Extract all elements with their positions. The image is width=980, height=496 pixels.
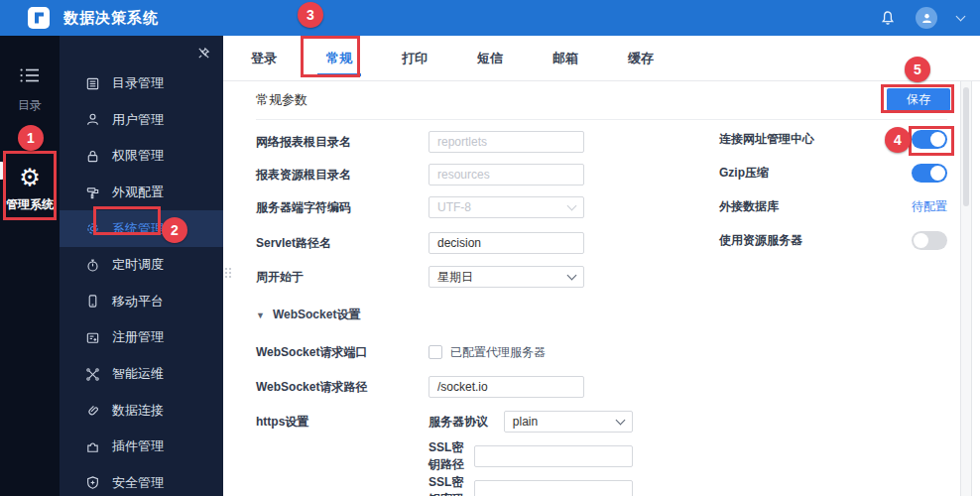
field-label: 服务器协议 [429,414,504,431]
left-rail: 目录 ⚙ 管理系统 [0,36,60,496]
form-row-gzip: Gzip压缩 [719,163,947,183]
collapse-triangle-icon: ▼ [256,310,265,320]
gear-icon: ⚙ [0,165,60,190]
sidebar-item-users[interactable]: 用户管理 [60,102,223,139]
user-menu-chevron-icon[interactable] [956,12,966,22]
websocket-path-input[interactable] [429,376,584,398]
vertical-scrollbar[interactable] [960,81,972,496]
field-label: WebSocket请求路径 [256,379,429,396]
form-row-charset: 服务器端字符编码 UTF-8 [256,196,633,218]
tab-login[interactable]: 登录 [248,37,280,80]
sidebar-item-register[interactable]: 注册管理 [60,319,223,356]
form-row-websocket-port: WebSocket请求端口 已配置代理服务器 [256,341,633,363]
form-row-servlet: Servlet路径名 [256,232,633,254]
proxy-configured-checkbox[interactable] [429,345,442,359]
lock-icon [85,149,100,164]
catalog-icon [85,76,100,91]
chevron-down-icon [567,270,577,280]
plugin-icon [85,439,100,454]
rail-admin-label: 管理系统 [0,196,60,213]
form-row-websocket-path: WebSocket请求路径 [256,376,633,398]
form-row-ssl-key-path: SSL密钥路径 [256,445,633,467]
sidebar-item-label: 数据连接 [112,402,164,420]
sidebar-pin-row [60,36,223,65]
rail-directory-label[interactable]: 目录 [0,97,60,114]
tab-general[interactable]: 常规 [323,37,355,80]
tab-sms[interactable]: 短信 [474,37,506,80]
sidebar-item-label: 插件管理 [112,437,164,455]
sidebar-item-catalog[interactable]: 目录管理 [60,65,223,102]
scrollbar-thumb[interactable] [963,87,969,206]
main-content: 登录 常规 打印 短信 邮箱 缓存 常规参数 保存 网络报表根目录名 报表资源根… [223,36,980,496]
field-label: 使用资源服务器 [719,232,802,249]
sidebar-item-intelligent-ops[interactable]: 智能运维 [60,356,223,393]
ssl-key-password-input[interactable] [474,480,633,496]
week-start-select[interactable]: 星期日 [429,266,584,288]
shield-icon [85,475,100,490]
proxy-configured-label: 已配置代理服务器 [450,344,546,361]
notification-bell-icon[interactable] [880,10,896,26]
websocket-section-toggle[interactable]: ▼ WebSocket设置 [256,307,360,323]
field-label: 周开始于 [256,269,429,286]
gzip-toggle[interactable] [912,164,947,183]
sidebar-item-scheduler[interactable]: 定时调度 [60,247,223,284]
sidebar-item-data-connection[interactable]: 数据连接 [60,392,223,429]
form-row-https-protocol: https设置 服务器协议 plain [256,411,633,433]
general-settings-panel: 常规参数 保存 网络报表根目录名 报表资源根目录名 服务器端字符编码 UTF-8 [223,81,980,496]
server-protocol-select[interactable]: plain [504,411,633,433]
external-db-configure-link[interactable]: 待配置 [912,198,947,215]
resource-directory-input[interactable] [429,164,584,186]
sidebar-item-appearance[interactable]: 外观配置 [60,175,223,211]
field-label: SSL密钥密码 [429,474,474,496]
save-button[interactable]: 保存 [887,88,950,111]
app-title: 数据决策系统 [63,9,159,28]
form-row-external-db: 外接数据库 待配置 [719,196,947,216]
sidebar-item-label: 权限管理 [112,147,164,165]
tab-cache[interactable]: 缓存 [625,37,657,80]
form-row-url-center: 连接网址管理中心 [719,129,947,149]
url-center-toggle[interactable] [912,130,947,149]
tab-print[interactable]: 打印 [399,37,430,80]
user-avatar[interactable] [916,7,937,29]
tab-email[interactable]: 邮箱 [550,37,581,80]
field-label: Gzip压缩 [719,165,769,182]
user-icon [920,12,933,25]
sidebar-item-plugins[interactable]: 插件管理 [60,429,223,465]
unpin-icon[interactable] [196,46,211,61]
field-label: 服务器端字符编码 [256,199,429,216]
ops-icon [85,367,100,382]
form-row-root-directory: 网络报表根目录名 [256,131,633,153]
chevron-down-icon [567,200,577,210]
servlet-path-input[interactable] [429,232,584,254]
paint-roller-icon [85,186,100,200]
annotation-step-4: 4 [885,127,911,153]
field-label: SSL密钥路径 [429,439,474,473]
rail-admin-item[interactable]: ⚙ 管理系统 [0,155,60,213]
sidebar-item-permissions[interactable]: 权限管理 [60,138,223,175]
sidebar-item-security[interactable]: 安全管理 [60,465,223,496]
register-icon [85,330,100,345]
sidebar-item-mobile[interactable]: 移动平台 [60,284,223,320]
app-window: 数据决策系统 目录 ⚙ 管理系统 [0,0,980,496]
annotation-step-3: 3 [298,2,323,28]
admin-sidebar: 目录管理 用户管理 权限管理 外观配置 系统管理 [60,36,223,496]
resource-server-toggle[interactable] [912,231,947,250]
annotation-step-1: 1 [18,125,44,151]
sidebar-item-label: 用户管理 [112,111,164,129]
root-directory-input[interactable] [429,131,584,153]
ssl-key-path-input[interactable] [474,445,633,467]
top-header: 数据决策系统 [0,0,980,36]
field-label: Servlet路径名 [256,235,429,252]
field-label: WebSocket请求端口 [256,344,429,361]
sidebar-item-label: 移动平台 [112,293,164,310]
charset-select[interactable]: UTF-8 [429,196,584,218]
mobile-icon [85,294,100,309]
sidebar-item-label: 安全管理 [112,474,164,492]
field-label: 外接数据库 [719,198,779,215]
field-label: 连接网址管理中心 [719,131,814,148]
sidebar-resize-handle[interactable] [224,260,232,286]
link-icon [85,403,100,418]
directory-list-icon[interactable] [20,67,40,83]
sidebar-item-label: 智能运维 [112,365,164,383]
sidebar-item-system[interactable]: 系统管理 [60,210,223,247]
